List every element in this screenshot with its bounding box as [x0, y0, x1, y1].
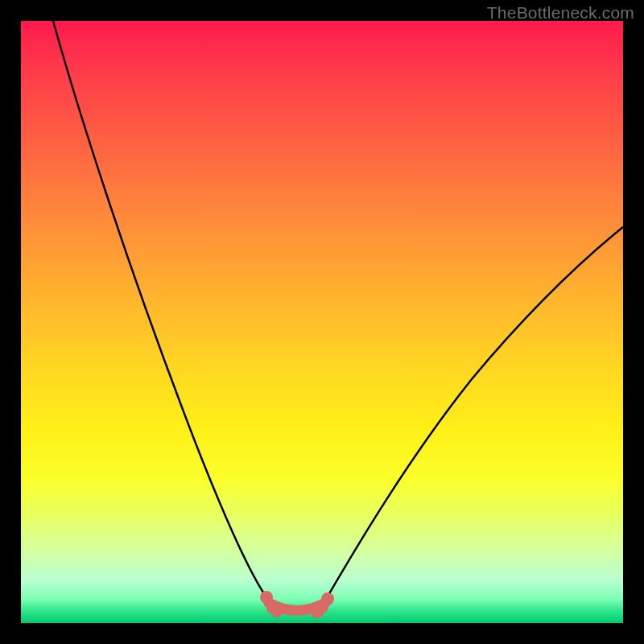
- watermark-text: TheBottleneck.com: [487, 3, 634, 23]
- chart-plot-area: [21, 21, 623, 623]
- chart-frame: TheBottleneck.com: [0, 0, 644, 644]
- svg-point-5: [321, 592, 334, 605]
- curve-right: [325, 227, 623, 601]
- curve-left: [53, 21, 269, 601]
- chart-svg: [21, 21, 623, 623]
- svg-point-2: [271, 606, 283, 617]
